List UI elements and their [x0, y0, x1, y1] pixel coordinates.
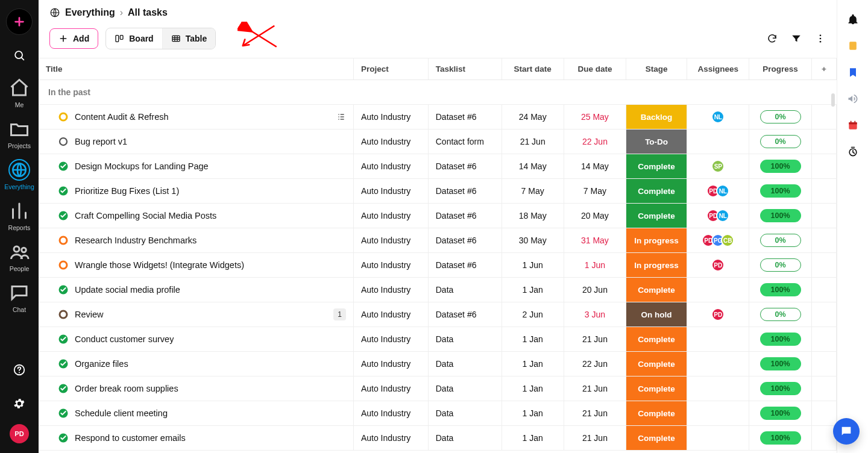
table-row[interactable]: Research Industry BenchmarksAuto Industr…	[39, 228, 837, 253]
table-row[interactable]: Prioritize Bug Fixes (List 1)Auto Indust…	[39, 179, 837, 204]
cell-start[interactable]: 1 Jan	[502, 278, 564, 302]
cell-progress[interactable]: 0%	[749, 130, 811, 154]
col-assignees[interactable]: Assignees	[687, 58, 749, 80]
assignee-avatar[interactable]: NL	[716, 184, 729, 198]
cell-assignees[interactable]: PDNL	[687, 204, 749, 228]
cell-progress[interactable]: 100%	[749, 352, 811, 376]
cell-assignees[interactable]: PD	[687, 253, 749, 278]
notes-icon[interactable]	[847, 40, 859, 52]
col-title[interactable]: Title	[39, 58, 353, 80]
cell-assignees[interactable]	[687, 327, 749, 352]
more-icon[interactable]	[815, 33, 826, 44]
cell-progress[interactable]: 0%	[749, 302, 811, 327]
cell-stage[interactable]: Complete	[626, 278, 687, 302]
cell-progress[interactable]: 0%	[749, 105, 811, 130]
cell-start[interactable]: 30 May	[502, 228, 564, 253]
cell-tasklist[interactable]: Contact form	[428, 130, 502, 154]
cell-tasklist[interactable]: Dataset #6	[428, 228, 502, 253]
cell-due[interactable]: 21 Jun	[564, 327, 626, 352]
cell-stage[interactable]: To-Do	[626, 130, 687, 154]
cell-start[interactable]: 18 May	[502, 204, 564, 228]
cell-tasklist[interactable]: Dataset #6	[428, 105, 502, 130]
table-row[interactable]: Design Mockups for Landing PageAuto Indu…	[39, 154, 837, 179]
cell-start[interactable]: 1 Jan	[502, 327, 564, 352]
col-project[interactable]: Project	[353, 58, 428, 80]
cell-progress[interactable]: 100%	[749, 327, 811, 352]
table-row[interactable]: Schedule client meetingAuto IndustryData…	[39, 401, 837, 426]
cell-project[interactable]: Auto Industry	[353, 105, 428, 130]
crumb-leaf[interactable]: All tasks	[128, 7, 168, 18]
settings-icon[interactable]	[6, 390, 33, 417]
cell-due[interactable]: 20 May	[564, 204, 626, 228]
cell-due[interactable]: 20 Jun	[564, 278, 626, 302]
sidebar-item-everything[interactable]: Everything	[0, 154, 39, 195]
view-board[interactable]: Board	[106, 28, 162, 49]
cell-stage[interactable]: Complete	[626, 376, 687, 401]
cell-project[interactable]: Auto Industry	[353, 130, 428, 154]
table-row[interactable]: Bug report v1Auto IndustryContact form21…	[39, 130, 837, 154]
sidebar-item-reports[interactable]: Reports	[0, 195, 39, 236]
cell-due[interactable]: 25 May	[564, 105, 626, 130]
cell-stage[interactable]: In progress	[626, 228, 687, 253]
cell-due[interactable]: 31 May	[564, 228, 626, 253]
assignee-avatar[interactable]: PD	[711, 308, 725, 321]
cell-tasklist[interactable]: Data	[428, 352, 502, 376]
table-row[interactable]: Content Audit & RefreshAuto IndustryData…	[39, 105, 837, 130]
cell-due[interactable]: 7 May	[564, 179, 626, 204]
cell-assignees[interactable]: PDNL	[687, 179, 749, 204]
cell-project[interactable]: Auto Industry	[353, 154, 428, 179]
table-row[interactable]: Craft Compelling Social Media PostsAuto …	[39, 204, 837, 228]
cell-progress[interactable]: 100%	[749, 401, 811, 426]
cell-project[interactable]: Auto Industry	[353, 204, 428, 228]
help-icon[interactable]	[6, 357, 33, 383]
cell-project[interactable]: Auto Industry	[353, 228, 428, 253]
cell-assignees[interactable]: NL	[687, 105, 749, 130]
table-row[interactable]: Respond to customer emailsAuto IndustryD…	[39, 426, 837, 451]
announcements-icon[interactable]	[847, 93, 859, 105]
cell-assignees[interactable]	[687, 352, 749, 376]
user-avatar[interactable]: PD	[10, 424, 29, 443]
table-row[interactable]: Order break room suppliesAuto IndustryDa…	[39, 376, 837, 401]
cell-due[interactable]: 1 Jun	[564, 253, 626, 278]
cell-start[interactable]: 24 May	[502, 105, 564, 130]
cell-progress[interactable]: 0%	[749, 253, 811, 278]
cell-due[interactable]: 21 Jun	[564, 376, 626, 401]
cell-stage[interactable]: Complete	[626, 352, 687, 376]
crumb-root[interactable]: Everything	[65, 7, 115, 18]
col-progress[interactable]: Progress	[749, 58, 811, 80]
sidebar-item-chat[interactable]: Chat	[0, 277, 39, 318]
cell-stage[interactable]: Complete	[626, 401, 687, 426]
cell-start[interactable]: 1 Jan	[502, 352, 564, 376]
cell-start[interactable]: 1 Jan	[502, 376, 564, 401]
cell-assignees[interactable]	[687, 426, 749, 451]
cell-progress[interactable]: 100%	[749, 376, 811, 401]
cell-project[interactable]: Auto Industry	[353, 352, 428, 376]
cell-tasklist[interactable]: Dataset #6	[428, 253, 502, 278]
col-add[interactable]: +	[811, 58, 836, 80]
cell-start[interactable]: 2 Jun	[502, 302, 564, 327]
search-icon[interactable]	[6, 42, 33, 69]
cell-start[interactable]: 1 Jan	[502, 426, 564, 451]
assignee-avatar[interactable]: CB	[721, 234, 734, 247]
create-button[interactable]	[6, 8, 33, 35]
cell-tasklist[interactable]: Dataset #6	[428, 179, 502, 204]
cell-tasklist[interactable]: Data	[428, 426, 502, 451]
cell-tasklist[interactable]: Dataset #6	[428, 154, 502, 179]
cell-stage[interactable]: In progress	[626, 253, 687, 278]
notifications-icon[interactable]	[847, 13, 859, 25]
cell-tasklist[interactable]: Data	[428, 278, 502, 302]
chat-bubble[interactable]	[833, 418, 860, 445]
cell-start[interactable]: 21 Jun	[502, 130, 564, 154]
cell-assignees[interactable]	[687, 130, 749, 154]
cell-progress[interactable]: 100%	[749, 204, 811, 228]
cell-progress[interactable]: 100%	[749, 154, 811, 179]
col-stage[interactable]: Stage	[626, 58, 687, 80]
cell-project[interactable]: Auto Industry	[353, 278, 428, 302]
filter-icon[interactable]	[791, 33, 802, 44]
cell-tasklist[interactable]: Dataset #6	[428, 302, 502, 327]
cell-project[interactable]: Auto Industry	[353, 426, 428, 451]
table-row[interactable]: Review1Auto IndustryDataset #62 Jun3 Jun…	[39, 302, 837, 327]
cell-progress[interactable]: 100%	[749, 278, 811, 302]
cell-stage[interactable]: Complete	[626, 426, 687, 451]
table-row[interactable]: Conduct customer surveyAuto IndustryData…	[39, 327, 837, 352]
